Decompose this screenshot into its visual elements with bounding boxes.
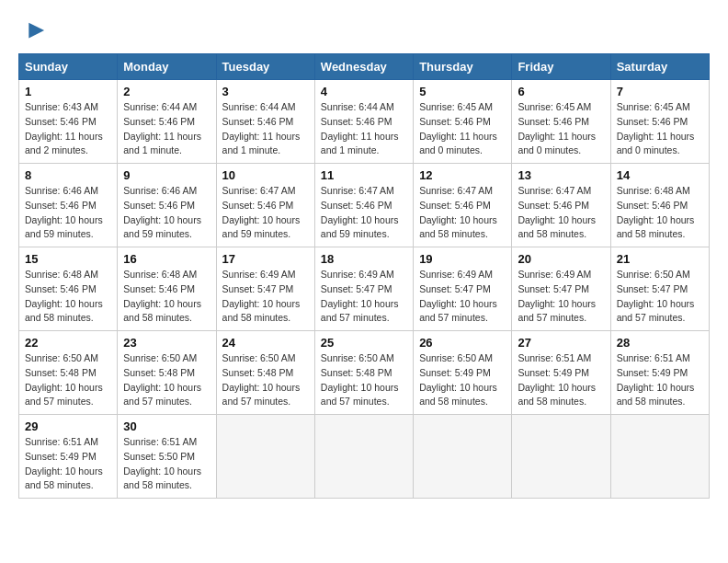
day-info: Sunrise: 6:44 AMSunset: 5:46 PMDaylight:… xyxy=(123,100,210,158)
day-info: Sunrise: 6:48 AMSunset: 5:46 PMDaylight:… xyxy=(123,268,210,326)
day-info: Sunrise: 6:47 AMSunset: 5:46 PMDaylight:… xyxy=(419,184,506,242)
day-number: 5 xyxy=(419,85,506,98)
weekday-header-saturday: Saturday xyxy=(610,54,709,80)
calendar-cell: 5Sunrise: 6:45 AMSunset: 5:46 PMDaylight… xyxy=(414,80,512,164)
calendar-cell: 4Sunrise: 6:44 AMSunset: 5:46 PMDaylight… xyxy=(314,80,413,164)
day-info: Sunrise: 6:47 AMSunset: 5:46 PMDaylight:… xyxy=(222,184,309,242)
week-row-3: 15Sunrise: 6:48 AMSunset: 5:46 PMDayligh… xyxy=(19,247,710,331)
day-number: 27 xyxy=(518,336,604,350)
calendar-cell: 21Sunrise: 6:50 AMSunset: 5:47 PMDayligh… xyxy=(610,247,709,331)
calendar-cell: 1Sunrise: 6:43 AMSunset: 5:46 PMDaylight… xyxy=(19,80,118,164)
calendar-cell: 14Sunrise: 6:48 AMSunset: 5:46 PMDayligh… xyxy=(610,164,709,247)
day-number: 11 xyxy=(321,168,407,182)
calendar-table: SundayMondayTuesdayWednesdayThursdayFrid… xyxy=(18,53,710,499)
calendar-cell: 12Sunrise: 6:47 AMSunset: 5:46 PMDayligh… xyxy=(414,164,512,247)
day-number: 9 xyxy=(123,168,210,182)
calendar-cell: 30Sunrise: 6:51 AMSunset: 5:50 PMDayligh… xyxy=(118,415,216,499)
calendar-cell xyxy=(610,415,709,499)
day-number: 16 xyxy=(123,252,210,266)
day-info: Sunrise: 6:51 AMSunset: 5:50 PMDaylight:… xyxy=(123,435,210,493)
day-number: 19 xyxy=(419,252,506,266)
day-info: Sunrise: 6:49 AMSunset: 5:47 PMDaylight:… xyxy=(419,268,506,326)
day-number: 21 xyxy=(617,252,703,266)
calendar-cell: 8Sunrise: 6:46 AMSunset: 5:46 PMDaylight… xyxy=(19,164,118,247)
day-info: Sunrise: 6:49 AMSunset: 5:47 PMDaylight:… xyxy=(321,268,407,326)
day-number: 2 xyxy=(123,85,210,98)
day-number: 25 xyxy=(321,336,407,350)
day-info: Sunrise: 6:43 AMSunset: 5:46 PMDaylight:… xyxy=(25,100,111,158)
calendar-cell: 16Sunrise: 6:48 AMSunset: 5:46 PMDayligh… xyxy=(118,247,216,331)
logo xyxy=(18,18,46,44)
day-number: 14 xyxy=(617,168,703,182)
day-number: 26 xyxy=(419,336,506,350)
day-info: Sunrise: 6:50 AMSunset: 5:48 PMDaylight:… xyxy=(25,351,111,409)
weekday-header-thursday: Thursday xyxy=(414,54,512,80)
calendar-cell: 19Sunrise: 6:49 AMSunset: 5:47 PMDayligh… xyxy=(414,247,512,331)
day-number: 29 xyxy=(25,419,111,433)
day-info: Sunrise: 6:51 AMSunset: 5:49 PMDaylight:… xyxy=(617,351,703,409)
day-number: 13 xyxy=(518,168,604,182)
calendar-cell: 3Sunrise: 6:44 AMSunset: 5:46 PMDaylight… xyxy=(216,80,314,164)
calendar-cell xyxy=(512,415,610,499)
week-row-2: 8Sunrise: 6:46 AMSunset: 5:46 PMDaylight… xyxy=(19,164,710,247)
calendar-cell: 13Sunrise: 6:47 AMSunset: 5:46 PMDayligh… xyxy=(512,164,610,247)
calendar-cell: 23Sunrise: 6:50 AMSunset: 5:48 PMDayligh… xyxy=(118,331,216,415)
day-number: 7 xyxy=(617,85,703,98)
calendar-cell: 7Sunrise: 6:45 AMSunset: 5:46 PMDaylight… xyxy=(610,80,709,164)
day-info: Sunrise: 6:44 AMSunset: 5:46 PMDaylight:… xyxy=(222,100,309,158)
day-info: Sunrise: 6:44 AMSunset: 5:46 PMDaylight:… xyxy=(321,100,407,158)
day-number: 4 xyxy=(321,85,407,98)
day-info: Sunrise: 6:51 AMSunset: 5:49 PMDaylight:… xyxy=(25,435,111,493)
day-number: 12 xyxy=(419,168,506,182)
day-number: 30 xyxy=(123,419,210,433)
calendar-cell: 27Sunrise: 6:51 AMSunset: 5:49 PMDayligh… xyxy=(512,331,610,415)
calendar-cell: 25Sunrise: 6:50 AMSunset: 5:48 PMDayligh… xyxy=(314,331,413,415)
day-info: Sunrise: 6:50 AMSunset: 5:49 PMDaylight:… xyxy=(419,351,506,409)
day-info: Sunrise: 6:49 AMSunset: 5:47 PMDaylight:… xyxy=(222,268,309,326)
day-info: Sunrise: 6:47 AMSunset: 5:46 PMDaylight:… xyxy=(518,184,604,242)
calendar-cell xyxy=(314,415,413,499)
calendar-header: SundayMondayTuesdayWednesdayThursdayFrid… xyxy=(19,54,710,80)
day-info: Sunrise: 6:45 AMSunset: 5:46 PMDaylight:… xyxy=(419,100,506,158)
day-info: Sunrise: 6:45 AMSunset: 5:46 PMDaylight:… xyxy=(518,100,604,158)
weekday-header-wednesday: Wednesday xyxy=(314,54,413,80)
calendar-cell: 26Sunrise: 6:50 AMSunset: 5:49 PMDayligh… xyxy=(414,331,512,415)
day-number: 6 xyxy=(518,85,604,98)
calendar-cell xyxy=(216,415,314,499)
day-number: 17 xyxy=(222,252,309,266)
calendar-cell: 15Sunrise: 6:48 AMSunset: 5:46 PMDayligh… xyxy=(19,247,118,331)
calendar-body: 1Sunrise: 6:43 AMSunset: 5:46 PMDaylight… xyxy=(19,80,710,499)
calendar-cell: 6Sunrise: 6:45 AMSunset: 5:46 PMDaylight… xyxy=(512,80,610,164)
calendar-cell: 20Sunrise: 6:49 AMSunset: 5:47 PMDayligh… xyxy=(512,247,610,331)
calendar-cell: 18Sunrise: 6:49 AMSunset: 5:47 PMDayligh… xyxy=(314,247,413,331)
week-row-1: 1Sunrise: 6:43 AMSunset: 5:46 PMDaylight… xyxy=(19,80,710,164)
weekday-header-tuesday: Tuesday xyxy=(216,54,314,80)
weekday-row: SundayMondayTuesdayWednesdayThursdayFrid… xyxy=(19,54,710,80)
day-number: 24 xyxy=(222,336,309,350)
day-number: 22 xyxy=(25,336,111,350)
day-info: Sunrise: 6:47 AMSunset: 5:46 PMDaylight:… xyxy=(321,184,407,242)
day-number: 28 xyxy=(617,336,703,350)
day-info: Sunrise: 6:48 AMSunset: 5:46 PMDaylight:… xyxy=(617,184,703,242)
day-number: 8 xyxy=(25,168,111,182)
week-row-5: 29Sunrise: 6:51 AMSunset: 5:49 PMDayligh… xyxy=(19,415,710,499)
day-info: Sunrise: 6:51 AMSunset: 5:49 PMDaylight:… xyxy=(518,351,604,409)
day-info: Sunrise: 6:50 AMSunset: 5:48 PMDaylight:… xyxy=(321,351,407,409)
calendar-cell: 28Sunrise: 6:51 AMSunset: 5:49 PMDayligh… xyxy=(610,331,709,415)
calendar-cell: 22Sunrise: 6:50 AMSunset: 5:48 PMDayligh… xyxy=(19,331,118,415)
day-number: 10 xyxy=(222,168,309,182)
day-number: 23 xyxy=(123,336,210,350)
logo-icon xyxy=(20,18,46,44)
day-number: 3 xyxy=(222,85,309,98)
day-number: 15 xyxy=(25,252,111,266)
calendar-cell: 9Sunrise: 6:46 AMSunset: 5:46 PMDaylight… xyxy=(118,164,216,247)
calendar-cell: 10Sunrise: 6:47 AMSunset: 5:46 PMDayligh… xyxy=(216,164,314,247)
day-info: Sunrise: 6:50 AMSunset: 5:47 PMDaylight:… xyxy=(617,268,703,326)
weekday-header-sunday: Sunday xyxy=(19,54,118,80)
day-number: 20 xyxy=(518,252,604,266)
day-info: Sunrise: 6:50 AMSunset: 5:48 PMDaylight:… xyxy=(222,351,309,409)
weekday-header-monday: Monday xyxy=(118,54,216,80)
week-row-4: 22Sunrise: 6:50 AMSunset: 5:48 PMDayligh… xyxy=(19,331,710,415)
calendar-cell: 17Sunrise: 6:49 AMSunset: 5:47 PMDayligh… xyxy=(216,247,314,331)
day-info: Sunrise: 6:46 AMSunset: 5:46 PMDaylight:… xyxy=(25,184,111,242)
